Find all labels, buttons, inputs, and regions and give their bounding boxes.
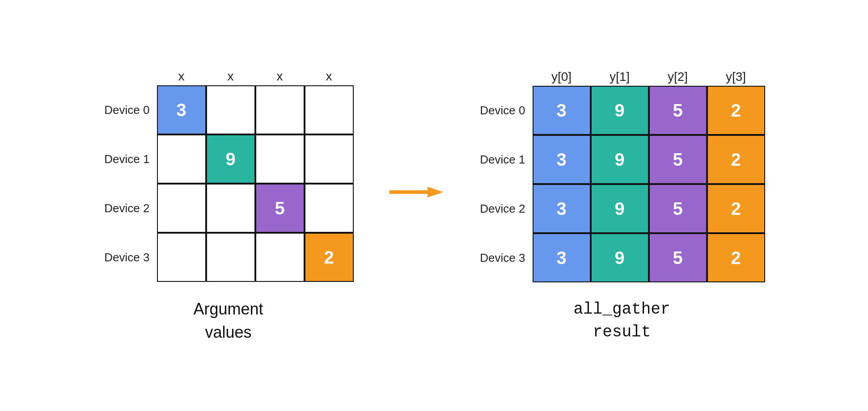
left-cell-0-0: 3 — [157, 85, 206, 134]
right-row-3: Device 3 3 9 5 2 — [479, 233, 765, 282]
left-col-header-2: x — [255, 69, 305, 84]
right-cell-1-0: 3 — [533, 135, 591, 184]
right-cell-3-0: 3 — [533, 233, 591, 282]
right-cell-1-2: 5 — [649, 135, 707, 184]
right-diagram-label: all_gather result — [573, 296, 670, 341]
left-cell-3-0 — [157, 233, 206, 282]
left-row-label-3: Device 3 — [103, 251, 157, 264]
left-cell-2-3 — [305, 184, 354, 233]
right-grid-wrapper: y[0] y[1] y[2] y[3] Device 0 3 9 5 2 Dev… — [479, 70, 765, 282]
left-row-label-0: Device 0 — [103, 103, 157, 117]
right-row-label-1: Device 1 — [479, 153, 533, 167]
right-grid-rows: Device 0 3 9 5 2 Device 1 3 9 5 2 Device… — [479, 86, 765, 282]
arrow-section — [390, 185, 443, 199]
left-row-label-2: Device 2 — [103, 201, 157, 215]
main-container: x x x x Device 0 3 Device 1 — [0, 69, 868, 342]
right-cell-2-3: 2 — [707, 184, 765, 233]
left-row-label-1: Device 1 — [103, 152, 157, 166]
left-col-header-0: x — [157, 69, 206, 84]
left-row-1: Device 1 9 — [103, 134, 354, 184]
right-label-line2: result — [573, 323, 670, 341]
left-row-2: Device 2 5 — [103, 184, 354, 233]
right-col-header-1: y[1] — [591, 70, 649, 84]
right-cell-0-2: 5 — [649, 86, 707, 135]
left-col-header-1: x — [206, 69, 255, 84]
right-cell-1-1: 9 — [591, 135, 649, 184]
right-cell-2-0: 3 — [533, 184, 591, 233]
right-row-0: Device 0 3 9 5 2 — [479, 86, 765, 135]
right-cell-1-3: 2 — [707, 135, 765, 184]
svg-marker-1 — [428, 187, 443, 197]
right-label-line1: all_gather — [573, 300, 670, 319]
left-col-header-3: x — [305, 69, 354, 84]
right-row-label-0: Device 0 — [479, 104, 533, 117]
left-cell-1-3 — [305, 134, 354, 184]
left-cell-1-1: 9 — [206, 134, 255, 184]
right-col-headers: y[0] y[1] y[2] y[3] — [533, 70, 765, 84]
right-cell-2-2: 5 — [649, 184, 707, 233]
left-cell-0-1 — [206, 85, 255, 134]
left-grid-wrapper: x x x x Device 0 3 Device 1 — [103, 69, 354, 282]
right-col-header-3: y[3] — [707, 70, 765, 84]
left-cell-0-3 — [305, 85, 354, 134]
right-cell-3-1: 9 — [591, 233, 649, 282]
left-diagram-label: Argument values — [193, 295, 263, 342]
left-grid-rows: Device 0 3 Device 1 9 Device 2 — [103, 85, 354, 282]
right-diagram-section: y[0] y[1] y[2] y[3] Device 0 3 9 5 2 Dev… — [479, 70, 765, 341]
right-cell-0-1: 9 — [591, 86, 649, 135]
right-row-label-2: Device 2 — [479, 202, 533, 216]
left-cell-0-2 — [255, 85, 305, 134]
left-cell-2-2: 5 — [255, 184, 305, 233]
right-col-header-2: y[2] — [649, 70, 707, 84]
right-cell-0-3: 2 — [707, 86, 765, 135]
left-cell-1-2 — [255, 134, 305, 184]
arrow-icon — [390, 185, 443, 199]
left-cell-1-0 — [157, 134, 206, 184]
right-row-1: Device 1 3 9 5 2 — [479, 135, 765, 184]
left-cell-2-0 — [157, 184, 206, 233]
right-cell-3-3: 2 — [707, 233, 765, 282]
right-cell-2-1: 9 — [591, 184, 649, 233]
left-label-line1: Argument — [193, 300, 263, 319]
right-cell-3-2: 5 — [649, 233, 707, 282]
right-row-label-3: Device 3 — [479, 251, 533, 265]
left-row-0: Device 0 3 — [103, 85, 354, 134]
left-cell-3-1 — [206, 233, 255, 282]
left-col-headers: x x x x — [157, 69, 354, 84]
left-cell-2-1 — [206, 184, 255, 233]
left-row-3: Device 3 2 — [103, 233, 354, 282]
left-cell-3-2 — [255, 233, 305, 282]
left-cell-3-3: 2 — [305, 233, 354, 282]
right-row-2: Device 2 3 9 5 2 — [479, 184, 765, 233]
left-label-line2: values — [193, 323, 263, 342]
right-col-header-0: y[0] — [533, 70, 591, 84]
left-diagram-section: x x x x Device 0 3 Device 1 — [103, 69, 354, 342]
right-cell-0-0: 3 — [533, 86, 591, 135]
